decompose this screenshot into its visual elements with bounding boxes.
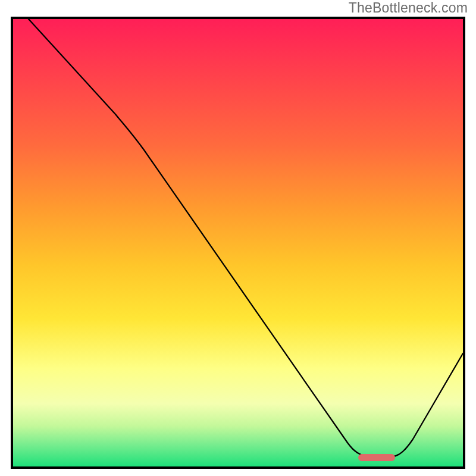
plot-frame — [11, 17, 465, 469]
gradient-background — [13, 19, 463, 466]
chart-container: TheBottleneck.com — [0, 0, 476, 476]
watermark-text: TheBottleneck.com — [349, 0, 468, 16]
